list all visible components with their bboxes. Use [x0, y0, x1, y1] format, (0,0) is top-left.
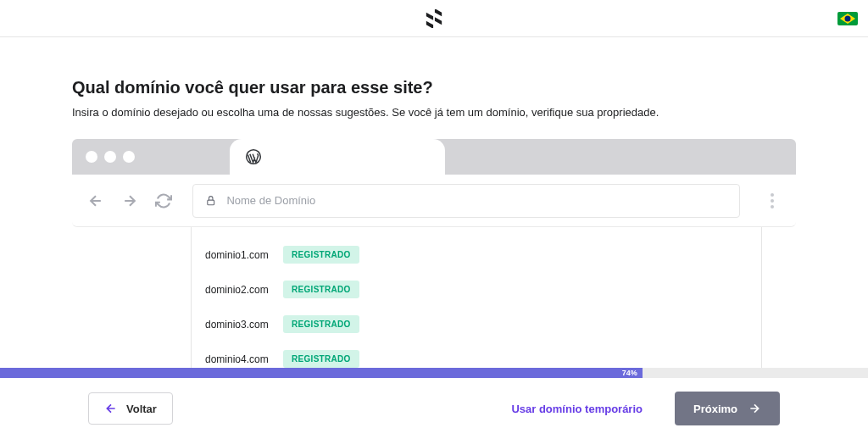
progress-bar: 74% — [0, 368, 868, 378]
suggestion-item[interactable]: dominio1.com REGISTRADO — [192, 237, 761, 272]
next-button-label: Próximo — [693, 403, 737, 415]
suggestion-domain-label: dominio4.com — [205, 353, 271, 365]
progress-fill: 74% — [0, 368, 643, 378]
brand-logo — [425, 9, 443, 28]
suggestion-domain-label: dominio1.com — [205, 249, 271, 261]
arrow-right-icon — [748, 402, 761, 415]
domain-input-wrapper[interactable] — [192, 184, 740, 218]
browser-back-icon — [87, 192, 104, 209]
svg-rect-3 — [208, 200, 214, 205]
browser-tab-active — [230, 139, 445, 175]
browser-toolbar — [72, 175, 796, 227]
suggestion-domain-label: dominio3.com — [205, 319, 271, 331]
page-title: Qual domínio você quer usar para esse si… — [72, 78, 796, 97]
browser-forward-icon — [121, 192, 138, 209]
browser-refresh-icon — [155, 192, 172, 209]
main-content: Qual domínio você quer usar para esse si… — [0, 37, 868, 412]
top-header — [0, 0, 868, 37]
status-badge: REGISTRADO — [283, 281, 359, 298]
footer-bar: Voltar Usar domínio temporário Próximo — [0, 378, 868, 439]
status-badge: REGISTRADO — [283, 350, 359, 368]
back-button-label: Voltar — [126, 403, 157, 415]
arrow-left-icon — [104, 402, 118, 415]
use-temp-domain-button[interactable]: Usar domínio temporário — [511, 403, 643, 415]
suggestion-item[interactable]: dominio3.com REGISTRADO — [192, 307, 761, 342]
lock-icon — [205, 195, 216, 207]
suggestion-domain-label: dominio2.com — [205, 284, 271, 296]
wordpress-icon — [245, 148, 262, 165]
more-options-icon — [764, 192, 781, 209]
progress-label: 74% — [622, 369, 637, 377]
page-subtitle: Insira o domínio desejado ou escolha uma… — [72, 106, 796, 119]
locale-flag-brazil[interactable] — [837, 12, 858, 25]
window-controls — [86, 151, 135, 163]
svg-point-1 — [845, 15, 851, 21]
domain-input[interactable] — [226, 194, 727, 207]
browser-tab-bar — [72, 139, 796, 175]
suggestion-item[interactable]: dominio2.com REGISTRADO — [192, 272, 761, 307]
status-badge: REGISTRADO — [283, 246, 359, 264]
status-badge: REGISTRADO — [283, 315, 359, 333]
back-button[interactable]: Voltar — [88, 392, 173, 425]
next-button[interactable]: Próximo — [675, 392, 780, 425]
